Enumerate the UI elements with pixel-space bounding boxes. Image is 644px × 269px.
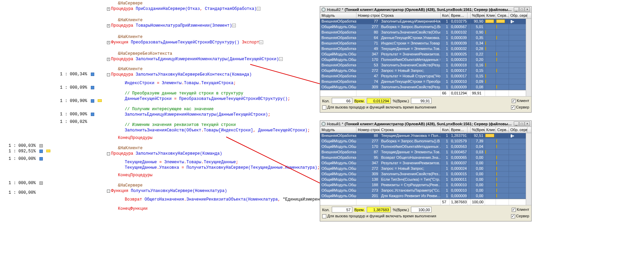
column-header[interactable]: Модуль — [320, 127, 356, 133]
table-row[interactable]: ОбщийМодуль.Общег…201Для Каждого Реквизи… — [320, 193, 531, 199]
table-row[interactable]: ВнешняяОбработка.З…71ИндексСтроки = Элем… — [320, 41, 531, 46]
table-row[interactable]: ВнешняяОбработка.З…80ЗаполнитьЗначенияСв… — [320, 30, 531, 35]
column-header[interactable]: Кол… — [441, 13, 450, 18]
table-row[interactable]: ВнешняяОбработка.З…53ЗаполнитьЗначенияСв… — [320, 63, 531, 68]
include-call-time-checkbox[interactable]: Для вызова процедур и функций включать в… — [322, 105, 436, 110]
minimize-button[interactable]: _ — [514, 121, 519, 126]
table-row[interactable]: ВнешняяОбработка.З…49ТекущиеДанные = Эле… — [320, 46, 531, 52]
time-field[interactable] — [367, 98, 391, 104]
panel-titlebar[interactable]: Новый1 * (Тонкий клиент:Администратор (О… — [320, 121, 531, 127]
code-line[interactable]: Процедура ЗаполнитьУпаковкуНаСервере(Ком… — [111, 151, 222, 157]
column-header[interactable] — [467, 13, 471, 18]
code-line[interactable]: Процедура ПриСозданииНаСервере(Отказ, Ст… — [111, 7, 260, 12]
code-line[interactable]: &НаКлиенте — [118, 18, 143, 23]
column-header[interactable]: Номер строки — [356, 13, 380, 18]
server-checkbox[interactable]: Сервер — [511, 105, 529, 110]
code-line[interactable]: &НаСервере — [118, 1, 143, 7]
table-row[interactable]: ВнешняяОбработка.З…88ТекущиеДанные.Упако… — [320, 133, 531, 139]
code-line[interactable]: Процедура ЗаполнитьУпаковкуНаСервереБезК… — [111, 72, 252, 78]
code-fold-toggle[interactable]: - — [107, 73, 110, 76]
column-header[interactable]: Обр. серве… — [509, 13, 527, 18]
column-header[interactable]: Обр. серве… — [509, 127, 527, 133]
code-line[interactable]: &НаСервере — [118, 183, 143, 189]
server-checkbox[interactable]: Сервер — [511, 214, 529, 218]
code-line[interactable]: Возврат ОбщегоНазначения.ЗначениеРеквизи… — [125, 197, 332, 203]
column-header[interactable] — [467, 127, 471, 133]
table-row[interactable]: ОбщийМодуль.Общег…277Выборка = Запрос.Вы… — [320, 139, 531, 144]
column-header[interactable]: Клие… — [485, 13, 496, 18]
table-row[interactable]: ОбщийМодуль.Общег…277Выборка = Запрос.Вы… — [320, 24, 531, 30]
table-row[interactable]: ОбщийМодуль.Общег…309ЗаполнитьЗначенияСв… — [320, 85, 531, 90]
pct-field[interactable] — [411, 98, 432, 104]
code-fold-toggle[interactable]: + — [107, 8, 110, 11]
code-line[interactable]: Процедура ТоварыНоменклатураПриИзменении… — [111, 23, 236, 29]
code-line[interactable]: КонецФункции — [118, 206, 147, 212]
code-line[interactable]: &НаСервереБезКонтекста — [118, 51, 172, 57]
client-checkbox[interactable]: Клиент — [512, 99, 529, 103]
table-row[interactable]: ОбщийМодуль.Общег…272Запрос = Новый Запр… — [320, 166, 531, 171]
profiler-table[interactable]: МодульНомер строкиСтрокаКол…Врем… %(Врем… — [320, 13, 531, 96]
table-row[interactable]: ВнешняяОбработка.З…87ТекущиеДанные = Эле… — [320, 150, 531, 155]
code-line[interactable]: ДанныеТекущейСтроки = ПреобразоватьДанны… — [125, 97, 290, 102]
code-fold-toggle[interactable]: + — [107, 24, 110, 27]
pct-field[interactable] — [411, 207, 432, 213]
code-fold-toggle[interactable]: - — [107, 152, 110, 155]
table-row[interactable]: ОбщийМодуль.Общег…138Если ТипЗнч(Ссылка)… — [320, 177, 531, 182]
maximize-button[interactable]: □ — [519, 121, 524, 126]
column-header[interactable]: Кол… — [441, 127, 450, 133]
column-header[interactable]: Серв… — [496, 13, 509, 18]
code-line[interactable]: КонецПроцедуры — [118, 173, 153, 178]
code-fold-toggle[interactable]: + — [107, 58, 110, 61]
close-button[interactable]: × — [525, 7, 530, 12]
column-header[interactable]: Строка — [380, 127, 441, 133]
include-call-time-checkbox[interactable]: Для вызова процедур и функций включать в… — [322, 214, 436, 218]
column-header[interactable]: Серв… — [496, 127, 509, 133]
table-row[interactable]: ОбщийМодуль.Общег…309ЗаполнитьЗначенияСв… — [320, 171, 531, 177]
table-row[interactable]: ВнешняяОбработка.З…64ДанныеТекущейСтроки… — [320, 35, 531, 41]
table-row[interactable]: ВнешняяОбработка.З…74ДанныеТекущейСтроки… — [320, 79, 531, 85]
vertical-scrollbar[interactable] — [526, 133, 531, 205]
table-row[interactable]: ВнешняяОбработка.З…47Результат = Новый С… — [320, 74, 531, 79]
column-header[interactable]: Номер строки — [356, 127, 380, 133]
code-line[interactable]: КонецПроцедуры — [118, 136, 153, 141]
column-header[interactable]: Клие… — [485, 127, 496, 133]
code-line[interactable]: ЗаполнитьЕдиницуИзмеренияНоменклатуры(Да… — [125, 112, 270, 118]
code-line[interactable]: // Изменим значения реквизитов текущей с… — [125, 123, 236, 128]
vertical-scrollbar[interactable] — [526, 19, 531, 96]
table-row[interactable]: ВнешняяОбработка.З…95Возврат ОбщегоНазна… — [320, 155, 531, 161]
table-row[interactable]: ОбщийМодуль.Общег…347Результат = Значени… — [320, 52, 531, 57]
column-header[interactable]: %(Врем.) — [471, 13, 485, 18]
column-header[interactable]: %(Врем.) — [471, 127, 485, 133]
code-line[interactable]: ИндексСтроки = Элементы.Товары.ТекущаяСт… — [125, 81, 236, 86]
count-field[interactable] — [332, 98, 352, 104]
code-line[interactable]: // Преобразуем данные текущей строки в с… — [125, 91, 243, 97]
table-row[interactable]: ОбщийМодуль.Общег…188Реквизиты = СтрРазд… — [320, 182, 531, 188]
profiler-table[interactable]: МодульНомер строкиСтрокаКол…Врем… %(Врем… — [320, 127, 531, 205]
column-header[interactable]: Врем… — [450, 127, 467, 133]
table-row[interactable]: ВнешняяОбработка.З…77ЗаполнитьЕдиницуИзм… — [320, 19, 531, 24]
table-row[interactable]: ОбщийМодуль.Общег…347Результат = Значени… — [320, 161, 531, 166]
time-field[interactable] — [367, 207, 391, 213]
code-line[interactable]: // Получим интересующее нас значение — [125, 107, 214, 112]
code-line[interactable]: &НаКлиенте — [118, 67, 143, 72]
code-line[interactable]: &НаКлиенте — [118, 35, 143, 40]
table-row[interactable]: ОбщийМодуль.Общег…272Запрос = Новый Запр… — [320, 68, 531, 74]
client-checkbox[interactable]: Клиент — [512, 207, 529, 212]
code-line[interactable]: Процедура ЗаполнитьЕдиницуИзмеренияНомен… — [111, 57, 283, 62]
close-button[interactable]: × — [525, 121, 530, 126]
code-line[interactable]: ТекущиеДанные = Элементы.Товары.ТекущиеД… — [125, 160, 238, 165]
code-editor[interactable]: &НаСервере+Процедура ПриСозданииНаСервер… — [106, 0, 319, 269]
column-header[interactable]: Строка — [380, 13, 441, 18]
code-line[interactable]: ТекущиеДанные.Упаковка = ПолучитьУпаковк… — [125, 165, 320, 171]
code-line[interactable]: ЗаполнитьЗначенияСвойств(Объект.Товары[И… — [125, 128, 310, 133]
table-row[interactable]: ОбщийМодуль.Общег…273Запрос.УстановитьПа… — [320, 188, 531, 193]
table-row[interactable]: ОбщийМодуль.Общег…170ПолноеИмяОбъектаМет… — [320, 57, 531, 63]
code-fold-toggle[interactable]: + — [107, 41, 110, 44]
code-line[interactable]: Функция ПреобразоватьДанныеТекущейСтроки… — [111, 40, 263, 46]
code-line[interactable]: Функция ПолучитьУпаковкуНаСервере(Номенк… — [111, 189, 227, 194]
maximize-button[interactable]: □ — [519, 7, 524, 12]
panel-titlebar[interactable]: Новый2 * (Тонкий клиент:Администратор (О… — [320, 7, 531, 13]
column-header[interactable]: Врем… — [450, 13, 467, 18]
count-field[interactable] — [332, 207, 352, 213]
column-header[interactable]: Модуль — [320, 13, 356, 18]
